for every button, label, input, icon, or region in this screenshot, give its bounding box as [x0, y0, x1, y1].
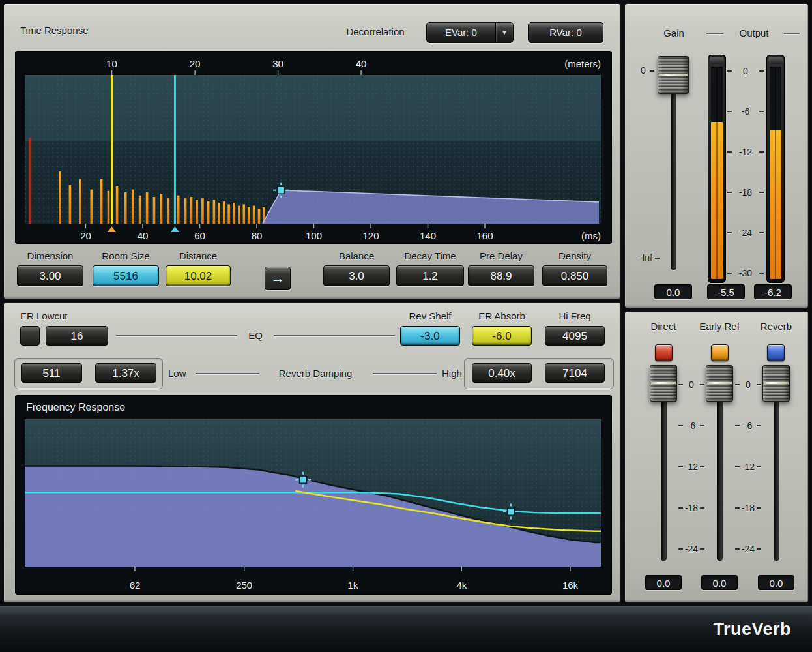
svg-text:30: 30 [272, 58, 283, 69]
frequency-response-graph[interactable]: 622501k4k16kFrequency Response [15, 395, 612, 595]
tick [757, 548, 761, 550]
gain-fader-handle[interactable] [658, 56, 689, 94]
curve-handle[interactable] [278, 186, 285, 194]
svg-text:10: 10 [106, 58, 117, 69]
rev-shelf-label: Rev Shelf [399, 310, 461, 321]
scale-label: -18 [739, 187, 752, 198]
scale-row: -24 [727, 228, 764, 238]
gain-readout[interactable]: 0.0 [654, 284, 692, 299]
curve-handle[interactable] [507, 508, 514, 515]
meter-cap [768, 57, 783, 64]
er-lowcut-value-display[interactable]: 16 [46, 326, 108, 346]
early-ref-fader-handle[interactable] [706, 365, 733, 402]
scale-row: -6 [727, 106, 764, 117]
divider [706, 33, 723, 34]
tick [757, 466, 761, 467]
balance-value-display[interactable]: 3.0 [323, 265, 390, 286]
scale-label: -6 [744, 421, 752, 431]
curve-handle[interactable] [300, 476, 307, 483]
tick [678, 425, 683, 426]
damping-high-ratio-display[interactable]: 0.40x [472, 363, 532, 383]
reverb-fader-handle[interactable] [762, 365, 790, 402]
scale-row: -24 [678, 544, 704, 554]
tick [759, 192, 764, 193]
output-left-readout[interactable]: -5.5 [707, 284, 745, 299]
reverb-readout[interactable]: 0.0 [758, 575, 794, 590]
output-right-readout[interactable]: -6.2 [754, 284, 792, 299]
decay-time-value-display[interactable]: 1.2 [396, 265, 464, 286]
mixer-scale-right: 0 -6 -12 -18 -24 [735, 379, 761, 554]
svg-text:120: 120 [362, 230, 379, 241]
scale-row: -6 [678, 421, 704, 431]
output-meter-right [766, 55, 785, 283]
early-ref-readout[interactable]: 0.0 [701, 575, 738, 590]
tick [650, 70, 654, 72]
tick [700, 548, 704, 550]
meter-well [711, 67, 723, 279]
svg-text:160: 160 [476, 230, 493, 241]
scale-label: 0 [743, 66, 748, 76]
param-distance: Distance 10.02 [166, 250, 231, 286]
mixer-scale-left: 0 -6 -12 -18 -24 [678, 379, 704, 554]
pre-delay-label: Pre Delay [468, 250, 534, 261]
gain-scale-inf: -Inf [628, 252, 652, 263]
density-value-display[interactable]: 0.850 [542, 265, 607, 286]
param-dimension: Dimension 3.00 [17, 250, 83, 286]
direct-fader-handle[interactable] [650, 365, 677, 402]
link-arrow-button[interactable]: → [265, 267, 291, 290]
param-balance: Balance 3.0 [323, 250, 390, 286]
er-lowcut-toggle-button[interactable] [20, 326, 40, 346]
decorrelation-label: Decorrelation [330, 26, 421, 37]
svg-text:20: 20 [80, 230, 91, 241]
damping-low-ratio-display[interactable]: 1.37x [95, 363, 156, 383]
distance-value-display[interactable]: 10.02 [166, 265, 231, 286]
rev-shelf-value-display[interactable]: -3.0 [400, 326, 460, 346]
early-ref-mute-button[interactable] [711, 344, 729, 361]
direct-readout[interactable]: 0.0 [645, 575, 682, 590]
scale-label: -24 [742, 544, 755, 554]
tick [700, 425, 704, 426]
dimension-label: Dimension [17, 250, 83, 261]
divider [196, 373, 259, 374]
reverb-mute-button[interactable] [767, 344, 785, 361]
scale-label: -24 [739, 228, 752, 238]
tick [735, 384, 740, 385]
scale-row: -6 [735, 421, 761, 431]
mixer-panel: Direct Early Ref Reverb 0 -6 -12 -18 -24… [624, 311, 809, 603]
output-meter-scale: 0 -6 -12 -18 -24 -30 [727, 66, 764, 278]
pre-delay-value-display[interactable]: 88.9 [468, 265, 534, 286]
early-ref-label: Early Ref [692, 321, 747, 332]
chevron-down-icon[interactable]: ▼ [496, 23, 513, 42]
eq-panel: ER Lowcut 16 EQ Rev Shelf -3.0 ER Absorb… [3, 302, 621, 603]
tick [678, 384, 683, 385]
svg-text:80: 80 [252, 230, 263, 241]
output-label: Output [728, 27, 780, 38]
room-size-label: Room Size [93, 250, 159, 261]
tick [759, 232, 764, 233]
direct-mute-button[interactable] [655, 344, 673, 361]
tick [735, 507, 740, 509]
tick [678, 507, 683, 509]
damping-low-freq-display[interactable]: 511 [21, 363, 82, 383]
scale-label: -6 [742, 106, 749, 117]
hi-freq-value-display[interactable]: 4095 [545, 326, 605, 346]
dimension-value-display[interactable]: 3.00 [17, 265, 83, 286]
scale-label: 0 [689, 379, 694, 390]
scale-row: 0 [735, 379, 761, 390]
scale-label: -30 [739, 268, 752, 278]
gain-fader-track[interactable] [671, 67, 676, 270]
meter-well [770, 67, 781, 279]
er-absorb-value-display[interactable]: -6.0 [472, 326, 532, 346]
bottom-bar: TrueVerb [0, 606, 812, 652]
param-density: Density 0.850 [542, 250, 607, 286]
brand-logo: TrueVerb [713, 619, 791, 640]
direct-label: Direct [639, 321, 688, 332]
er-lowcut-label: ER Lowcut [20, 310, 68, 321]
room-size-value-display[interactable]: 5516 [93, 265, 159, 286]
damping-high-freq-display[interactable]: 7104 [545, 363, 605, 383]
evar-dropdown[interactable]: EVar: 0 ▼ [426, 22, 514, 43]
decay-time-label: Decay Time [396, 250, 464, 261]
rvar-button[interactable]: RVar: 0 [528, 22, 603, 43]
rvar-value: RVar: 0 [529, 23, 603, 42]
time-response-graph[interactable]: 10203040(meters)20406080100120140160(ms) [15, 51, 612, 244]
